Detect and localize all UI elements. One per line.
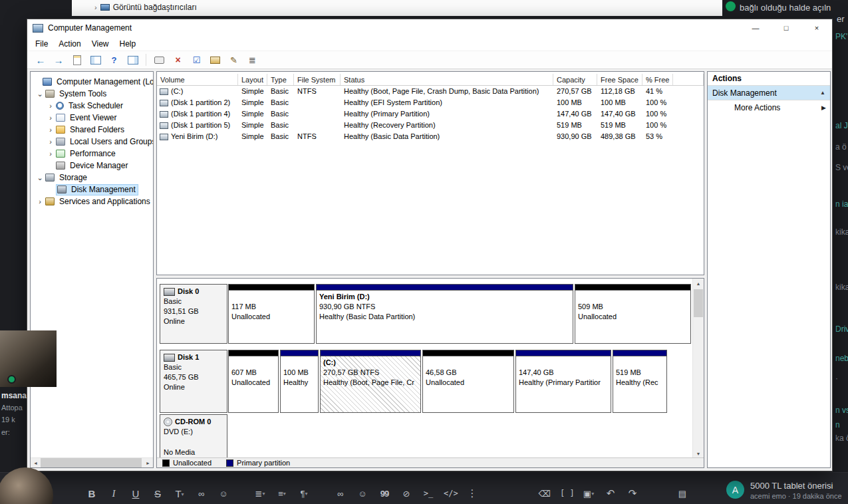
code-icon[interactable]: </> — [444, 489, 457, 498]
disk1-partition-recovery[interactable]: 519 MBHealthy (Rec — [613, 350, 667, 413]
menu-file[interactable]: File — [30, 39, 53, 49]
console-button[interactable] — [152, 53, 166, 67]
preview-icon[interactable]: ▤ — [676, 489, 689, 499]
image-icon[interactable]: ▣▾ — [582, 489, 595, 499]
export-list-button[interactable] — [70, 53, 84, 67]
column-capacity[interactable]: Capacity — [553, 74, 597, 85]
paragraph-icon[interactable]: ¶▾ — [297, 489, 311, 499]
emoji-icon[interactable]: ☺ — [217, 489, 230, 499]
list-view-button[interactable]: ≣ — [245, 53, 259, 67]
tree-item-storage[interactable]: ⌄ Storage — [31, 172, 153, 184]
actions-disk-management[interactable]: Disk Management ▲ — [708, 86, 830, 100]
volume-row-disk1-partition4[interactable]: (Disk 1 partition 4) Simple Basic Health… — [157, 108, 704, 120]
disk1-partition-c-selected[interactable]: (C:)270,57 GB NTFSHealthy (Boot, Page Fi… — [320, 350, 421, 413]
mount-button[interactable] — [208, 53, 222, 67]
edit-button[interactable]: ✎ — [227, 53, 241, 67]
tree-item-device-manager[interactable]: Device Manager — [31, 160, 153, 172]
disk1-partition-unallocated-1[interactable]: 607 MBUnallocated — [228, 350, 279, 413]
more-options-icon[interactable]: ⋮ — [466, 487, 479, 499]
collapse-up-icon[interactable]: ▲ — [820, 90, 825, 96]
action-pane-button[interactable] — [126, 53, 140, 67]
disk0-partition-unallocated-1[interactable]: 117 MBUnallocated — [228, 284, 315, 344]
scroll-left-icon[interactable]: ◄ — [31, 458, 41, 467]
disk1-partition-efi[interactable]: 100 MBHealthy — [280, 350, 319, 413]
chevron-down-icon[interactable]: ⌄ — [35, 174, 45, 182]
align-icon[interactable]: ≡▾ — [275, 489, 289, 499]
spoiler-icon[interactable]: ⊘ — [400, 489, 413, 499]
tree-item-task-scheduler[interactable]: › Task Scheduler — [31, 100, 153, 112]
disk0-header[interactable]: Disk 0 Basic 931,51 GB Online — [160, 284, 227, 344]
scroll-right-icon[interactable]: ► — [143, 458, 153, 467]
column-status[interactable]: Status — [341, 74, 553, 85]
tree-item-performance[interactable]: › Performance — [31, 148, 153, 160]
column-pct-free[interactable]: % Free — [642, 74, 673, 85]
chevron-down-icon[interactable]: ⌄ — [35, 90, 45, 98]
chevron-right-icon[interactable]: › — [45, 138, 56, 146]
chevron-right-icon[interactable]: › — [45, 126, 56, 134]
undo-icon[interactable]: ↶ — [604, 487, 617, 499]
chevron-right-icon[interactable]: › — [45, 150, 56, 158]
disk1-partition-primary[interactable]: 147,40 GBHealthy (Primary Partitior — [515, 350, 611, 413]
column-type[interactable]: Type — [267, 74, 294, 85]
disk0-partition-unallocated-2[interactable]: 509 MBUnallocated — [575, 284, 691, 344]
check-volume-button[interactable]: ☑ — [190, 53, 204, 67]
chevron-right-icon[interactable]: › — [45, 114, 56, 122]
tree-item-services-and-applications[interactable]: › Services and Applications — [31, 195, 153, 207]
disk1-header[interactable]: Disk 1 Basic 465,75 GB Online — [160, 350, 227, 413]
cdrom-header[interactable]: CD-ROM 0 DVD (E:) No Media — [160, 414, 227, 458]
minimize-button[interactable]: — — [740, 19, 771, 37]
font-size-icon[interactable]: T▾ — [173, 488, 186, 499]
column-volume[interactable]: Volume — [157, 74, 238, 85]
tree-item-local-users-and-groups[interactable]: › Local Users and Groups — [31, 136, 153, 148]
menu-view[interactable]: View — [86, 39, 114, 49]
actions-more-actions[interactable]: More Actions ▶ — [708, 100, 830, 115]
tree-item-shared-folders[interactable]: › Shared Folders — [31, 124, 153, 136]
column-file-system[interactable]: File System — [294, 74, 341, 85]
bold-icon[interactable]: B — [85, 488, 98, 499]
scrollbar-thumb[interactable] — [41, 458, 142, 467]
chevron-right-icon[interactable]: › — [35, 197, 45, 205]
horizontal-scrollbar[interactable]: ◄ ► — [31, 457, 153, 467]
column-free-space[interactable]: Free Space — [597, 74, 642, 85]
italic-icon[interactable]: I — [107, 488, 120, 499]
scroll-up-icon[interactable]: ▲ — [693, 279, 704, 289]
tree-item-event-viewer[interactable]: › Event Viewer — [31, 112, 153, 124]
volume-row-yeni-birim-d[interactable]: Yeni Birim (D:) Simple Basic NTFS Health… — [157, 131, 704, 142]
disk1-partition-unallocated-2[interactable]: 46,58 GBUnallocated — [422, 350, 514, 413]
forward-button[interactable]: → — [52, 55, 65, 66]
insert-link-icon[interactable]: ∞ — [334, 489, 347, 499]
eraser-icon[interactable]: ⌫ — [538, 489, 551, 499]
forum-topic[interactable]: A 5000 TL tablet önerisi acemi emo · 19 … — [726, 481, 842, 500]
maximize-button[interactable]: □ — [771, 19, 801, 37]
strikethrough-icon[interactable]: S — [151, 488, 164, 499]
volume-row-disk1-partition5[interactable]: (Disk 1 partition 5) Simple Basic Health… — [157, 120, 704, 131]
volume-row-c[interactable]: (C:) Simple Basic NTFS Healthy (Boot, Pa… — [157, 86, 704, 97]
brackets-icon[interactable]: [ ] — [560, 489, 573, 498]
list-icon[interactable]: ≣▾ — [253, 489, 267, 499]
link-icon[interactable]: ∞ — [195, 489, 208, 499]
device-tree-row[interactable]: › Görüntü bağdaştırıcıları — [94, 3, 197, 12]
topic-title[interactable]: 5000 TL tablet önerisi — [750, 481, 842, 491]
disk0-partition-yeni-birim[interactable]: Yeni Birim (D:)930,90 GB NTFSHealthy (Ba… — [316, 284, 573, 344]
tree-item-disk-management[interactable]: Disk Management — [31, 184, 153, 195]
console-tree-button[interactable] — [88, 53, 102, 67]
chevron-right-icon[interactable]: › — [45, 102, 56, 110]
back-button[interactable]: ← — [34, 55, 47, 66]
vertical-scrollbar[interactable]: ▲ ▼ — [692, 279, 704, 459]
volume-row-disk1-partition2[interactable]: (Disk 1 partition 2) Simple Basic Health… — [157, 97, 704, 108]
underline-icon[interactable]: U — [129, 488, 142, 499]
close-button[interactable]: × — [801, 19, 832, 37]
tree-item-computer-management[interactable]: Computer Management (Local — [31, 76, 153, 88]
terminal-icon[interactable]: >_ — [422, 489, 435, 498]
redo-icon[interactable]: ↷ — [626, 487, 639, 499]
menu-action[interactable]: Action — [53, 39, 86, 49]
delete-button[interactable]: × — [171, 53, 185, 67]
forum-text-fragment: S ve — [835, 163, 848, 172]
scrollbar-thumb[interactable] — [694, 289, 703, 317]
quote-icon[interactable]: 99 — [378, 489, 391, 499]
smiley-icon[interactable]: ☺ — [356, 489, 369, 499]
help-button[interactable]: ? — [107, 53, 121, 67]
column-layout[interactable]: Layout — [238, 74, 267, 85]
tree-item-system-tools[interactable]: ⌄ System Tools — [31, 88, 153, 100]
menu-help[interactable]: Help — [114, 39, 142, 49]
